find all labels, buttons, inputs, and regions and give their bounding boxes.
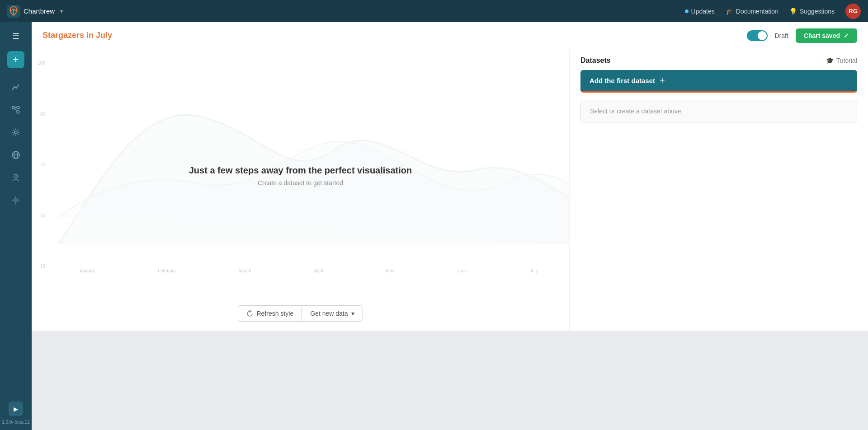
tutorial-link[interactable]: 🎓 Tutorial <box>826 57 857 64</box>
left-sidebar: ☰ + <box>0 22 32 430</box>
chart-saved-label: Chart saved <box>804 32 840 39</box>
user-avatar[interactable]: RG <box>845 4 861 19</box>
documentation-link[interactable]: 🎓 Documentation <box>726 8 778 15</box>
check-icon: ✓ <box>844 32 849 39</box>
datasets-panel: Datasets 🎓 Tutorial Add the first datase… <box>570 49 868 331</box>
connections-icon <box>11 105 20 114</box>
settings-icon <box>11 128 20 137</box>
svg-point-4 <box>17 106 19 109</box>
top-nav: Chartbrew ▾ Updates 🎓 Documentation 💡 Su… <box>0 0 868 22</box>
sidebar-add-button[interactable]: + <box>7 51 24 68</box>
brand-name: Chartbrew <box>24 7 55 15</box>
chart-header: Stargazers in July Draft Chart saved ✓ <box>32 22 868 49</box>
tutorial-icon: 🎓 <box>826 57 834 64</box>
add-dataset-plus-icon: + <box>660 75 665 86</box>
sidebar-version: 1.0.0- beta.12 <box>1 418 31 426</box>
sidebar-item-charts[interactable] <box>5 77 27 97</box>
updates-link[interactable]: Updates <box>685 8 715 15</box>
documentation-label: Documentation <box>736 8 778 15</box>
svg-point-6 <box>14 131 17 134</box>
global-icon <box>11 150 20 159</box>
chevron-down-icon: ▾ <box>351 310 354 317</box>
y-axis-label: 30 <box>32 213 47 218</box>
svg-point-11 <box>14 199 17 201</box>
content-columns: 185 60 45 30 15 January February March A… <box>32 49 868 331</box>
chart-empty-subtitle: Create a dataset to get started <box>189 179 412 187</box>
brand[interactable]: Chartbrew ▾ <box>7 5 107 18</box>
sidebar-item-settings[interactable] <box>5 122 27 142</box>
charts-icon <box>11 83 20 92</box>
get-new-data-label: Get new data <box>310 310 348 317</box>
suggestions-icon: 💡 <box>789 8 797 15</box>
chart-empty-title: Just a few steps away from the perfect v… <box>189 165 412 176</box>
sidebar-nav-items <box>0 77 32 210</box>
datasets-title: Datasets <box>580 56 611 65</box>
x-axis-labels: January February March April May June Ju… <box>47 268 569 273</box>
suggestions-label: Suggestions <box>800 8 835 15</box>
bottom-area <box>32 331 868 430</box>
sidebar-item-team-settings[interactable] <box>5 190 27 210</box>
sidebar-menu-icon[interactable]: ☰ <box>8 27 24 46</box>
top-nav-right: Updates 🎓 Documentation 💡 Suggestions RG <box>685 4 861 19</box>
documentation-icon: 🎓 <box>726 8 733 15</box>
refresh-style-button[interactable]: Refresh style <box>238 305 302 322</box>
brand-dropdown-icon[interactable]: ▾ <box>60 8 63 14</box>
chart-title: Stargazers in July <box>42 31 112 40</box>
x-axis-label: March <box>239 268 251 273</box>
refresh-style-label: Refresh style <box>257 310 294 317</box>
draft-toggle[interactable] <box>747 30 768 41</box>
dataset-placeholder: Select or create a dataset above <box>580 100 857 122</box>
main-content: Stargazers in July Draft Chart saved ✓ <box>32 22 868 430</box>
chart-header-right: Draft Chart saved ✓ <box>747 28 858 43</box>
x-axis-label: February <box>158 268 176 273</box>
dataset-placeholder-text: Select or create a dataset above <box>590 108 681 115</box>
refresh-icon <box>246 310 253 317</box>
team-settings-icon <box>11 196 20 205</box>
add-dataset-button[interactable]: Add the first dataset + <box>580 70 857 93</box>
chart-empty-text: Just a few steps away from the perfect v… <box>189 165 412 187</box>
chart-area: 185 60 45 30 15 January February March A… <box>32 49 569 298</box>
svg-line-5 <box>14 108 17 108</box>
sidebar-bottom: ▶ 1.0.0- beta.12 <box>1 402 31 430</box>
y-axis-labels: 185 60 45 30 15 <box>32 58 47 271</box>
y-axis-label: 185 <box>32 61 47 65</box>
chart-actions: Refresh style Get new data ▾ <box>32 298 569 331</box>
y-axis-label: 60 <box>32 112 47 117</box>
tutorial-label: Tutorial <box>836 57 857 64</box>
x-axis-label: May <box>386 268 394 273</box>
y-axis-label: 45 <box>32 162 47 167</box>
suggestions-link[interactable]: 💡 Suggestions <box>789 8 835 15</box>
y-axis-label: 15 <box>32 264 47 269</box>
toggle-thumb <box>758 31 767 40</box>
brand-logo-icon <box>7 5 20 18</box>
x-axis-label: April <box>314 268 323 273</box>
chart-panel: 185 60 45 30 15 January February March A… <box>32 49 570 331</box>
updates-dot-icon <box>685 9 689 13</box>
draft-label: Draft <box>775 32 788 39</box>
datasets-header: Datasets 🎓 Tutorial <box>570 49 868 65</box>
sidebar-expand-button[interactable]: ▶ <box>9 402 23 416</box>
user-icon <box>11 173 20 182</box>
x-axis-label: July <box>530 268 538 273</box>
x-axis-label: June <box>457 268 467 273</box>
svg-point-10 <box>14 174 18 178</box>
svg-line-3 <box>14 108 17 111</box>
chart-saved-button[interactable]: Chart saved ✓ <box>796 28 857 43</box>
updates-label: Updates <box>691 8 715 15</box>
sidebar-item-global[interactable] <box>5 145 27 165</box>
add-dataset-label: Add the first dataset <box>590 77 655 84</box>
sidebar-item-connections[interactable] <box>5 100 27 120</box>
sidebar-item-users[interactable] <box>5 168 27 187</box>
get-new-data-button[interactable]: Get new data ▾ <box>302 305 363 322</box>
chart-section: Stargazers in July Draft Chart saved ✓ <box>32 22 868 331</box>
x-axis-label: January <box>79 268 95 273</box>
